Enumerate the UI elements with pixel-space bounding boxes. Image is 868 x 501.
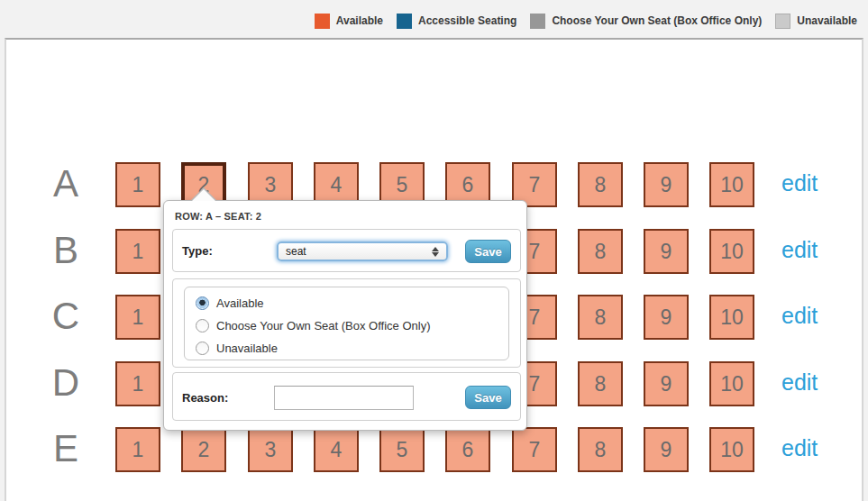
legend-label: Choose Your Own Seat (Box Office Only) [552,14,762,27]
type-save-button[interactable]: Save [465,240,511,263]
radio-button-icon[interactable] [196,342,209,355]
status-option-2[interactable]: Unavailable [196,337,508,360]
reason-section: Reason: Save [172,372,521,421]
type-section: Type: seat Save [172,229,521,272]
seat-E7[interactable]: 7 [512,427,557,472]
row-label-B: B [46,229,86,274]
seat-A1[interactable]: 1 [115,162,160,207]
seat-C8[interactable]: 8 [578,295,623,340]
seat-D9[interactable]: 9 [644,361,689,406]
status-option-label: Available [216,296,264,310]
seat-D8[interactable]: 8 [578,361,623,406]
radio-button-icon[interactable] [196,296,209,310]
edit-row-C-link[interactable]: edit [781,303,818,329]
seat-legend: AvailableAccessible SeatingChoose Your O… [315,7,857,34]
seat-E3[interactable]: 3 [248,427,293,472]
legend-label: Unavailable [797,14,857,27]
radio-button-icon[interactable] [196,319,209,332]
seat-B8[interactable]: 8 [578,229,623,274]
legend-swatch-icon [397,14,412,29]
seat-E10[interactable]: 10 [709,427,754,472]
seat-A8[interactable]: 8 [578,162,623,207]
legend-item-2: Choose Your Own Seat (Box Office Only) [530,14,762,29]
seat-A9[interactable]: 9 [644,162,689,207]
status-option-label: Choose Your Own Seat (Box Office Only) [216,319,431,332]
reason-input[interactable] [274,386,414,410]
seat-B1[interactable]: 1 [115,229,160,274]
seat-C1[interactable]: 1 [115,295,160,340]
legend-swatch-icon [315,14,330,29]
row-label-E: E [46,427,86,472]
seat-C10[interactable]: 10 [709,295,754,340]
edit-row-A-link[interactable]: edit [781,170,818,196]
status-option-0[interactable]: Available [196,292,508,314]
seat-E1[interactable]: 1 [115,427,160,472]
legend-swatch-icon [530,14,545,29]
legend-label: Accessible Seating [418,14,516,27]
seat-E4[interactable]: 4 [314,427,359,472]
seat-E9[interactable]: 9 [644,427,689,472]
edit-row-B-link[interactable]: edit [781,237,818,263]
seat-E6[interactable]: 6 [445,427,490,472]
status-option-1[interactable]: Choose Your Own Seat (Box Office Only) [196,314,508,337]
reason-save-button[interactable]: Save [465,386,511,409]
select-stepper-icon [432,247,446,257]
seat-E2[interactable]: 2 [181,427,226,472]
legend-item-1: Accessible Seating [397,14,516,29]
status-option-label: Unavailable [216,342,278,355]
row-label-D: D [46,361,86,406]
row-label-C: C [46,295,86,340]
seat-D1[interactable]: 1 [115,361,160,406]
status-radio-group: AvailableChoose Your Own Seat (Box Offic… [184,287,509,360]
seat-row-E: E12345678910edit [6,427,862,472]
edit-row-D-link[interactable]: edit [781,369,818,396]
row-label-A: A [46,162,86,207]
popover-title: ROW: A – SEAT: 2 [175,211,261,222]
seat-type-select-value: seat [279,245,432,258]
legend-label: Available [336,14,383,27]
legend-swatch-icon [775,14,790,29]
seat-E5[interactable]: 5 [379,427,425,472]
seat-B9[interactable]: 9 [644,229,689,274]
type-label: Type: [182,244,213,258]
legend-item-3: Unavailable [775,14,857,29]
seat-B10[interactable]: 10 [709,229,754,274]
legend-item-0: Available [315,14,383,29]
seat-type-select[interactable]: seat [277,241,448,261]
reason-label: Reason: [182,391,228,405]
seat-E8[interactable]: 8 [578,427,623,472]
seat-A10[interactable]: 10 [709,162,754,207]
edit-row-E-link[interactable]: edit [781,435,818,461]
seat-edit-popover: ROW: A – SEAT: 2 Type: seat Save Availab… [163,200,527,431]
seat-D10[interactable]: 10 [709,361,754,406]
status-section: AvailableChoose Your Own Seat (Box Offic… [172,278,521,368]
seat-C9[interactable]: 9 [644,295,689,340]
